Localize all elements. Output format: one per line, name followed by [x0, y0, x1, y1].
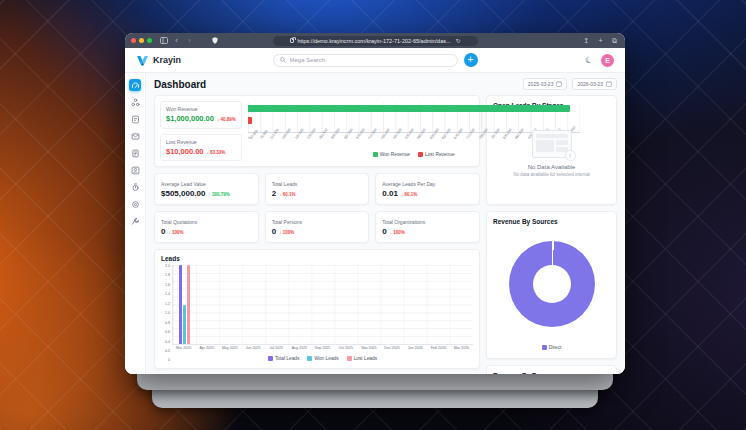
exclamation-icon: ! — [565, 150, 576, 161]
revenue-legend-label: Lost Revenue — [425, 152, 455, 157]
won-leads-bar — [183, 305, 186, 345]
sidebar-item-configuration[interactable] — [129, 215, 141, 227]
leads-y-tick: 0 — [161, 359, 170, 363]
header-right: ☾ E — [478, 54, 615, 67]
sidebar-item-activities[interactable] — [129, 147, 141, 159]
won-revenue-label: Won Revenue — [166, 106, 236, 112]
revenue-legend-item: Won Revenue — [373, 152, 410, 157]
lost-revenue-value: $10,000.00 — [166, 147, 204, 156]
leads-month-slot — [242, 265, 265, 344]
lost-revenue-bar — [248, 117, 253, 124]
search-area: + — [273, 53, 478, 67]
leads-legend-swatch — [347, 356, 352, 361]
new-tab-icon[interactable]: + — [596, 36, 605, 45]
stat-values: $505,000.00↑ 300.79% — [161, 189, 252, 198]
mail-icon — [131, 132, 140, 141]
leads-x-tick: Aug 2025 — [288, 346, 311, 353]
leads-y-tick: 0.4 — [161, 341, 170, 345]
page-content: Dashboard 2025-03-23 2026-03-23 — [125, 73, 625, 374]
sidebar-item-leads[interactable] — [129, 96, 141, 108]
lock-icon — [290, 38, 294, 43]
leads-month-slot — [219, 265, 242, 344]
search-input[interactable] — [290, 57, 451, 63]
settings-icon — [131, 200, 140, 209]
quick-create-button[interactable]: + — [464, 53, 478, 67]
dark-mode-icon[interactable]: ☾ — [583, 54, 595, 66]
sidebar-item-settings[interactable] — [129, 198, 141, 210]
won-revenue-delta: ↓ 40.89% — [217, 117, 236, 122]
sidebar-item-dashboard[interactable] — [129, 79, 141, 91]
leads-chart-title: Leads — [161, 255, 473, 262]
stat-value: 0 — [161, 227, 165, 236]
privacy-shield-icon[interactable] — [210, 36, 219, 45]
avatar[interactable]: E — [601, 54, 614, 67]
lost-revenue-label: Lost Revenue — [166, 139, 236, 145]
stat-label: Total Persons — [272, 219, 363, 225]
stat-label: Total Quotations — [161, 219, 252, 225]
leads-legend-swatch — [268, 356, 273, 361]
share-icon[interactable]: ↥ — [582, 36, 591, 45]
calendar-icon — [606, 81, 612, 87]
leads-month-slot — [404, 265, 427, 344]
stat-delta: ↓ 60.1% — [401, 192, 417, 197]
minimize-window-button[interactable] — [139, 38, 144, 43]
no-data-illustration-icon: ! — [532, 130, 572, 158]
toolbar-actions: ↥ + ⧉ — [582, 36, 619, 45]
left-column: Won Revenue $1,000,000.00 ↓ 40.89% Lost … — [154, 95, 480, 374]
stat-delta: ↓ 100% — [168, 230, 183, 235]
leads-month-slot — [311, 265, 334, 344]
tabs-overview-icon[interactable]: ⧉ — [610, 36, 619, 45]
donut-ring — [509, 241, 595, 327]
activities-icon — [131, 149, 140, 158]
browser-toolbar: ‹ › https://demo.krayincrm.com/krayin-17… — [125, 33, 625, 48]
address-bar[interactable]: https://demo.krayincrm.com/krayin-172-71… — [273, 36, 478, 46]
stat-label: Total Organizations — [382, 219, 473, 225]
stats-row-2: Total Quotations0↓ 100%Total Persons0↓ 1… — [154, 211, 480, 243]
sidebar-item-mail[interactable] — [129, 130, 141, 142]
stat-value: 2 — [272, 189, 276, 198]
zoom-window-button[interactable] — [147, 38, 152, 43]
app-header: Krayin + ☾ E — [125, 48, 625, 73]
date-to-picker[interactable]: 2026-03-23 — [572, 78, 617, 90]
leads-legend-label: Lost Leads — [354, 356, 377, 361]
stat-value: 0.01 — [382, 189, 398, 198]
products-icon — [131, 183, 140, 192]
brand-name: Krayin — [153, 55, 181, 65]
leads-legend-label: Total Leads — [275, 356, 300, 361]
stat-card-total-organizations: Total Organizations0↓ 100% — [375, 211, 480, 243]
stat-values: 0↓ 100% — [161, 227, 252, 236]
stat-label: Average Leads Per Day — [382, 181, 473, 187]
leads-month-slot — [173, 265, 196, 344]
leads-month-slot — [196, 265, 219, 344]
reload-icon[interactable]: ↻ — [456, 37, 461, 44]
leads-month-slot — [450, 265, 473, 344]
lost-leads-bar — [187, 265, 190, 344]
empty-title: No Data Available — [528, 164, 576, 170]
back-button[interactable]: ‹ — [172, 36, 181, 45]
brand[interactable]: Krayin — [136, 55, 273, 66]
stat-values: 0↓ 100% — [382, 227, 473, 236]
stat-card-average-leads-per-day: Average Leads Per Day0.01↓ 60.1% — [375, 173, 480, 205]
sidebar-item-quotes[interactable] — [129, 113, 141, 125]
mega-search[interactable] — [273, 54, 458, 67]
stat-value: $505,000.00 — [161, 189, 206, 198]
sidebar-item-products[interactable] — [129, 181, 141, 193]
sidebar-toggle-icon[interactable] — [159, 36, 168, 45]
leads-x-tick: Nov 2025 — [357, 346, 380, 353]
close-window-button[interactable] — [131, 38, 136, 43]
stat-card-average-lead-value: Average Lead Value$505,000.00↑ 300.79% — [154, 173, 259, 205]
sidebar-item-contacts[interactable] — [129, 164, 141, 176]
empty-subtitle: No data available for selected interval — [513, 172, 590, 177]
leads-x-tick: Jun 2025 — [241, 346, 264, 353]
lost-revenue-card: Lost Revenue $10,000.00 ↓ 83.33% — [160, 134, 242, 162]
stat-delta: ↓ 60.1% — [279, 192, 295, 197]
leads-x-tick: Mar 2026 — [450, 346, 473, 353]
date-from-picker[interactable]: 2025-03-23 — [523, 78, 568, 90]
leads-x-tick: Feb 2026 — [427, 346, 450, 353]
leads-y-tick: 1.8 — [161, 274, 170, 278]
stat-delta: ↓ 100% — [390, 230, 405, 235]
leads-y-tick: 0.8 — [161, 322, 170, 326]
leads-x-tick: Mar 2025 — [172, 346, 195, 353]
forward-button[interactable]: › — [185, 36, 194, 45]
sources-legend-label: Direct — [549, 345, 562, 350]
